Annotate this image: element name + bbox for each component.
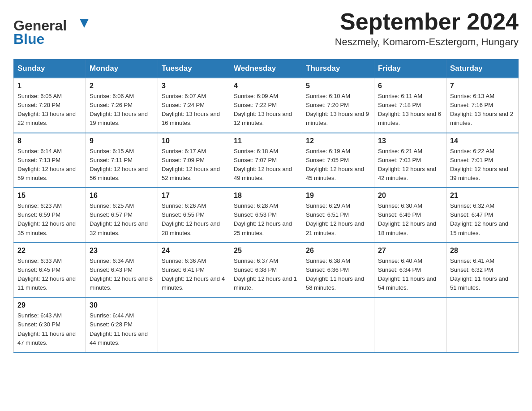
day-info: Sunrise: 6:44 AMSunset: 6:28 PMDaylight:… (90, 312, 148, 346)
calendar-cell: 15 Sunrise: 6:23 AMSunset: 6:59 PMDaylig… (14, 188, 86, 243)
day-number: 21 (450, 192, 515, 200)
calendar-cell (374, 297, 446, 352)
weekday-header-row: Sunday Monday Tuesday Wednesday Thursday… (14, 60, 519, 78)
calendar-cell: 1 Sunrise: 6:05 AMSunset: 7:28 PMDayligh… (14, 78, 86, 133)
calendar-cell: 22 Sunrise: 6:33 AMSunset: 6:45 PMDaylig… (14, 243, 86, 298)
day-number: 9 (90, 137, 154, 145)
calendar-cell: 24 Sunrise: 6:36 AMSunset: 6:41 PMDaylig… (158, 243, 230, 298)
day-info: Sunrise: 6:11 AMSunset: 7:18 PMDaylight:… (378, 93, 441, 126)
day-info: Sunrise: 6:10 AMSunset: 7:20 PMDaylight:… (306, 93, 369, 126)
day-info: Sunrise: 6:34 AMSunset: 6:43 PMDaylight:… (90, 257, 153, 291)
day-number: 1 (17, 82, 82, 90)
calendar-cell: 18 Sunrise: 6:28 AMSunset: 6:53 PMDaylig… (230, 188, 302, 243)
calendar-cell: 11 Sunrise: 6:18 AMSunset: 7:07 PMDaylig… (230, 133, 302, 188)
day-number: 22 (17, 247, 82, 255)
calendar-cell: 26 Sunrise: 6:38 AMSunset: 6:36 PMDaylig… (302, 243, 374, 298)
day-number: 5 (306, 82, 370, 90)
day-number: 18 (234, 192, 298, 200)
day-info: Sunrise: 6:22 AMSunset: 7:01 PMDaylight:… (450, 148, 508, 181)
day-info: Sunrise: 6:29 AMSunset: 6:51 PMDaylight:… (306, 202, 364, 236)
header-tuesday: Tuesday (158, 60, 230, 78)
calendar-cell: 8 Sunrise: 6:14 AMSunset: 7:13 PMDayligh… (14, 133, 86, 188)
calendar-cell: 20 Sunrise: 6:30 AMSunset: 6:49 PMDaylig… (374, 188, 446, 243)
day-number: 16 (90, 192, 154, 200)
day-info: Sunrise: 6:07 AMSunset: 7:24 PMDaylight:… (162, 93, 220, 126)
day-info: Sunrise: 6:19 AMSunset: 7:05 PMDaylight:… (306, 148, 364, 181)
day-number: 24 (162, 247, 226, 255)
day-number: 6 (378, 82, 442, 90)
day-number: 20 (378, 192, 442, 200)
header-thursday: Thursday (302, 60, 374, 78)
day-info: Sunrise: 6:28 AMSunset: 6:53 PMDaylight:… (234, 202, 292, 236)
day-number: 10 (162, 137, 226, 145)
calendar-cell: 17 Sunrise: 6:26 AMSunset: 6:55 PMDaylig… (158, 188, 230, 243)
day-number: 11 (234, 137, 298, 145)
week-row-5: 29 Sunrise: 6:43 AMSunset: 6:30 PMDaylig… (14, 297, 519, 352)
header-wednesday: Wednesday (230, 60, 302, 78)
day-info: Sunrise: 6:30 AMSunset: 6:49 PMDaylight:… (378, 202, 436, 236)
calendar-cell: 3 Sunrise: 6:07 AMSunset: 7:24 PMDayligh… (158, 78, 230, 133)
calendar-cell: 28 Sunrise: 6:41 AMSunset: 6:32 PMDaylig… (446, 243, 519, 298)
calendar-cell: 12 Sunrise: 6:19 AMSunset: 7:05 PMDaylig… (302, 133, 374, 188)
week-row-3: 15 Sunrise: 6:23 AMSunset: 6:59 PMDaylig… (14, 188, 519, 243)
calendar-cell: 13 Sunrise: 6:21 AMSunset: 7:03 PMDaylig… (374, 133, 446, 188)
calendar-cell: 23 Sunrise: 6:34 AMSunset: 6:43 PMDaylig… (86, 243, 158, 298)
header-monday: Monday (86, 60, 158, 78)
calendar-cell: 30 Sunrise: 6:44 AMSunset: 6:28 PMDaylig… (86, 297, 158, 352)
day-info: Sunrise: 6:09 AMSunset: 7:22 PMDaylight:… (234, 93, 292, 126)
calendar-cell: 2 Sunrise: 6:06 AMSunset: 7:26 PMDayligh… (86, 78, 158, 133)
calendar-cell: 6 Sunrise: 6:11 AMSunset: 7:18 PMDayligh… (374, 78, 446, 133)
calendar-cell: 21 Sunrise: 6:32 AMSunset: 6:47 PMDaylig… (446, 188, 519, 243)
day-info: Sunrise: 6:25 AMSunset: 6:57 PMDaylight:… (90, 202, 148, 236)
calendar-cell: 27 Sunrise: 6:40 AMSunset: 6:34 PMDaylig… (374, 243, 446, 298)
day-number: 15 (17, 192, 82, 200)
logo: General Blue (13, 13, 92, 51)
calendar-cell: 5 Sunrise: 6:10 AMSunset: 7:20 PMDayligh… (302, 78, 374, 133)
month-title: September 2024 (335, 9, 519, 34)
calendar-cell (230, 297, 302, 352)
calendar-cell: 16 Sunrise: 6:25 AMSunset: 6:57 PMDaylig… (86, 188, 158, 243)
day-info: Sunrise: 6:38 AMSunset: 6:36 PMDaylight:… (306, 257, 364, 291)
day-number: 13 (378, 137, 442, 145)
day-info: Sunrise: 6:21 AMSunset: 7:03 PMDaylight:… (378, 148, 436, 181)
svg-marker-1 (80, 19, 89, 28)
day-number: 19 (306, 192, 370, 200)
day-number: 2 (90, 82, 154, 90)
day-info: Sunrise: 6:18 AMSunset: 7:07 PMDaylight:… (234, 148, 292, 181)
day-info: Sunrise: 6:36 AMSunset: 6:41 PMDaylight:… (162, 257, 225, 291)
day-number: 7 (450, 82, 515, 90)
day-number: 17 (162, 192, 226, 200)
day-number: 27 (378, 247, 442, 255)
calendar-cell: 4 Sunrise: 6:09 AMSunset: 7:22 PMDayligh… (230, 78, 302, 133)
day-number: 8 (17, 137, 82, 145)
calendar-cell: 10 Sunrise: 6:17 AMSunset: 7:09 PMDaylig… (158, 133, 230, 188)
day-info: Sunrise: 6:06 AMSunset: 7:26 PMDaylight:… (90, 93, 148, 126)
day-info: Sunrise: 6:17 AMSunset: 7:09 PMDaylight:… (162, 148, 220, 181)
week-row-4: 22 Sunrise: 6:33 AMSunset: 6:45 PMDaylig… (14, 243, 519, 298)
day-info: Sunrise: 6:15 AMSunset: 7:11 PMDaylight:… (90, 148, 148, 181)
calendar-cell (302, 297, 374, 352)
day-info: Sunrise: 6:14 AMSunset: 7:13 PMDaylight:… (17, 148, 76, 181)
calendar-cell: 14 Sunrise: 6:22 AMSunset: 7:01 PMDaylig… (446, 133, 519, 188)
location-subtitle: Neszmely, Komarom-Esztergom, Hungary (335, 36, 519, 48)
week-row-1: 1 Sunrise: 6:05 AMSunset: 7:28 PMDayligh… (14, 78, 519, 133)
day-number: 25 (234, 247, 298, 255)
calendar-cell (446, 297, 519, 352)
day-number: 29 (17, 301, 82, 309)
header-friday: Friday (374, 60, 446, 78)
day-info: Sunrise: 6:23 AMSunset: 6:59 PMDaylight:… (17, 202, 76, 236)
day-number: 23 (90, 247, 154, 255)
calendar-cell: 7 Sunrise: 6:13 AMSunset: 7:16 PMDayligh… (446, 78, 519, 133)
day-number: 4 (234, 82, 298, 90)
calendar-table: Sunday Monday Tuesday Wednesday Thursday… (13, 59, 519, 353)
day-info: Sunrise: 6:33 AMSunset: 6:45 PMDaylight:… (17, 257, 76, 291)
calendar-cell: 25 Sunrise: 6:37 AMSunset: 6:38 PMDaylig… (230, 243, 302, 298)
day-info: Sunrise: 6:05 AMSunset: 7:28 PMDaylight:… (17, 93, 76, 126)
calendar-cell: 29 Sunrise: 6:43 AMSunset: 6:30 PMDaylig… (14, 297, 86, 352)
svg-text:Blue: Blue (13, 31, 44, 47)
header-sunday: Sunday (14, 60, 86, 78)
day-number: 28 (450, 247, 515, 255)
header: General Blue September 2024 Neszmely, Ko… (13, 9, 519, 51)
day-number: 14 (450, 137, 515, 145)
day-number: 12 (306, 137, 370, 145)
